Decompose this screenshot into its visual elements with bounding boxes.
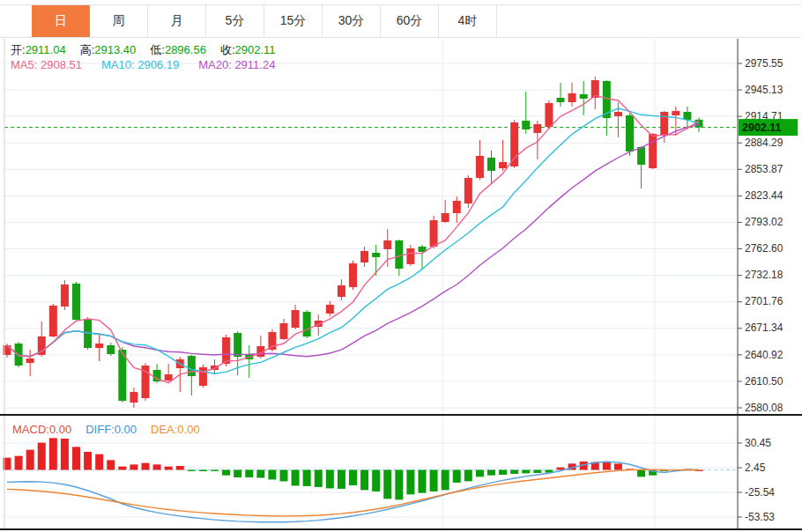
macd-bar bbox=[72, 447, 80, 469]
macd-bar bbox=[211, 469, 219, 470]
candle bbox=[522, 121, 530, 129]
macd-bar bbox=[499, 469, 507, 475]
ma10-line bbox=[7, 108, 699, 373]
macd-bar bbox=[383, 469, 391, 499]
macd-bar bbox=[256, 469, 264, 477]
candle bbox=[95, 344, 103, 348]
ma20-legend: MA20: 2911.24 bbox=[198, 58, 275, 71]
candle bbox=[568, 93, 576, 102]
candle bbox=[26, 358, 34, 363]
macd-bar bbox=[153, 464, 161, 469]
macd-bar bbox=[188, 469, 196, 470]
macd-legend: MACD:0.00 bbox=[12, 423, 71, 436]
ohlc-info: 开:2911.04高:2913.40低:2896.56收:2902.11 bbox=[11, 42, 290, 58]
macd-bar bbox=[49, 438, 57, 469]
macd-info: MACD:0.00DIFF:0.00DEA:0.00 bbox=[12, 423, 214, 436]
macd-bar bbox=[419, 469, 427, 492]
macd-bar bbox=[430, 469, 438, 491]
macd-bar bbox=[349, 469, 357, 485]
macd-bar bbox=[510, 469, 518, 474]
macd-bar bbox=[38, 443, 46, 470]
macd-bar bbox=[360, 469, 368, 490]
high-label: 高: bbox=[80, 43, 95, 56]
macd-bar bbox=[303, 469, 311, 486]
bottom-border bbox=[0, 528, 802, 530]
macd-bar bbox=[487, 469, 495, 475]
macd-bar bbox=[315, 469, 323, 487]
macd-bar bbox=[26, 450, 34, 470]
open-value: 2911.04 bbox=[26, 43, 66, 56]
candle bbox=[533, 124, 541, 133]
panel-separator bbox=[0, 414, 802, 416]
candle bbox=[406, 248, 414, 264]
candle bbox=[349, 263, 357, 287]
price-tick-label: 2945.13 bbox=[745, 84, 783, 96]
ma-info: MA5: 2908.51MA10: 2906.19MA20: 2911.24 bbox=[11, 58, 294, 71]
price-tick-label: 2853.87 bbox=[745, 163, 783, 175]
candle bbox=[649, 134, 657, 168]
candle bbox=[637, 147, 645, 165]
macd-bar bbox=[176, 466, 184, 470]
price-tick-label: 2640.92 bbox=[745, 349, 783, 361]
open-label: 开: bbox=[11, 43, 26, 56]
close-label: 收: bbox=[220, 43, 235, 56]
macd-bar bbox=[603, 462, 611, 470]
macd-tick-label: -53.53 bbox=[745, 511, 775, 523]
price-tick-label: 2580.08 bbox=[745, 402, 783, 414]
macd-bar bbox=[142, 463, 150, 470]
low-label: 低: bbox=[150, 43, 165, 56]
macd-bar bbox=[15, 456, 23, 470]
price-tick-label: 2975.55 bbox=[745, 57, 783, 70]
chart-canvas[interactable]: 2975.552945.132914.712884.292853.872823.… bbox=[0, 0, 802, 532]
macd-bar bbox=[326, 469, 334, 488]
price-tick-label: 2793.02 bbox=[745, 216, 783, 228]
candle bbox=[672, 111, 679, 115]
candle bbox=[464, 178, 472, 203]
macd-bar bbox=[107, 460, 115, 469]
price-tick-label: 2732.18 bbox=[745, 269, 783, 281]
candle bbox=[442, 213, 449, 222]
candle bbox=[303, 312, 311, 336]
ma5-legend: MA5: 2908.51 bbox=[11, 58, 82, 71]
candle bbox=[614, 112, 622, 116]
candle bbox=[453, 201, 461, 213]
candle bbox=[15, 344, 23, 366]
macd-bar bbox=[614, 463, 622, 469]
candle bbox=[72, 284, 80, 320]
candle bbox=[326, 305, 334, 314]
macd-bar bbox=[245, 469, 253, 477]
candle bbox=[165, 374, 173, 381]
macd-bar bbox=[95, 454, 103, 470]
ma10-legend: MA10: 2906.19 bbox=[101, 58, 179, 71]
macd-bar bbox=[476, 469, 484, 477]
high-value: 2913.40 bbox=[94, 43, 136, 56]
candle bbox=[188, 356, 196, 376]
candle bbox=[49, 306, 57, 336]
ma20-line bbox=[7, 125, 699, 357]
macd-bar bbox=[84, 452, 92, 470]
price-tick-label: 2671.34 bbox=[745, 321, 783, 334]
dea-legend: DEA:0.00 bbox=[151, 423, 200, 436]
macd-bar bbox=[464, 469, 472, 481]
candle bbox=[61, 284, 69, 307]
macd-bar bbox=[280, 469, 288, 481]
candle bbox=[199, 367, 207, 386]
price-tick-label: 2884.29 bbox=[745, 137, 783, 149]
macd-bar bbox=[130, 464, 137, 469]
macd-tick-label: 2.45 bbox=[745, 462, 766, 474]
macd-bar bbox=[338, 469, 345, 489]
macd-bar bbox=[453, 469, 461, 483]
macd-bar bbox=[442, 469, 449, 490]
candle bbox=[487, 158, 495, 171]
macd-bar bbox=[292, 469, 300, 485]
macd-bar bbox=[533, 469, 541, 473]
macd-bar bbox=[61, 439, 69, 470]
price-tick-label: 2610.50 bbox=[745, 375, 783, 388]
close-value: 2902.11 bbox=[235, 43, 276, 56]
candle bbox=[476, 156, 484, 178]
price-tick-label: 2823.44 bbox=[745, 189, 783, 202]
macd-bar bbox=[372, 469, 380, 491]
candle bbox=[338, 285, 345, 297]
candle bbox=[499, 162, 507, 168]
macd-bar bbox=[118, 467, 126, 470]
